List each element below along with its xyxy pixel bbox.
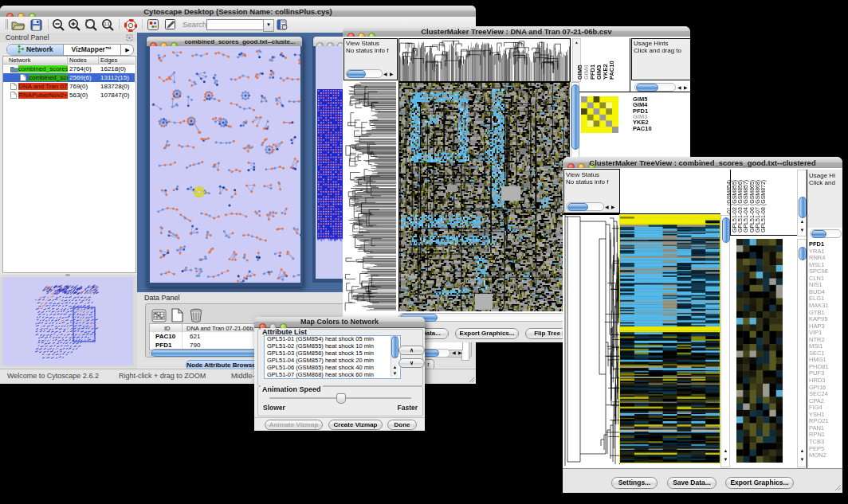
svg-text:1:1: 1:1 bbox=[104, 21, 110, 26]
